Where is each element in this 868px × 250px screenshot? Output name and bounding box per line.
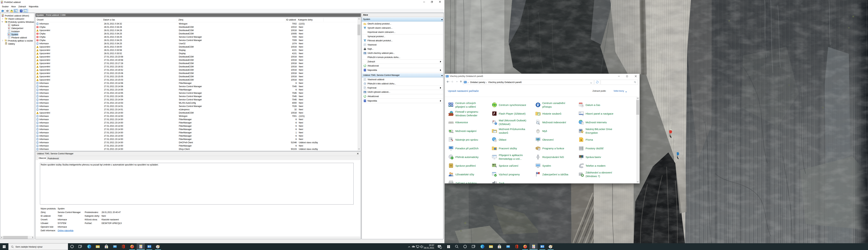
svg-text:A: A xyxy=(580,138,582,142)
svg-text:?: ? xyxy=(364,100,366,102)
svg-text:?: ? xyxy=(21,10,22,12)
svg-text:1: 1 xyxy=(440,247,441,249)
svg-text:?: ? xyxy=(364,69,366,71)
